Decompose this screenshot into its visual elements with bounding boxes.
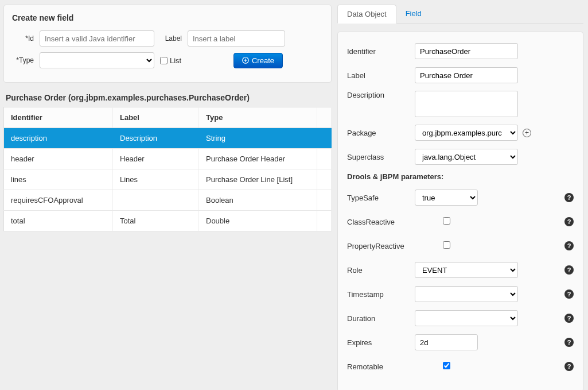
- cell-label: Description: [113, 128, 199, 149]
- cell-label: Total: [113, 211, 199, 231]
- package-label: Package: [347, 129, 415, 137]
- plus-circle-icon: [242, 57, 249, 64]
- drools-section-title: Drools & jBPM parameters:: [347, 172, 574, 181]
- data-object-panel: Identifier Label Description Package org…: [337, 32, 583, 390]
- timestamp-select[interactable]: [415, 286, 518, 302]
- cell-type: Double: [199, 211, 317, 231]
- cell-label: Lines: [113, 169, 199, 190]
- description-input[interactable]: [415, 91, 518, 117]
- create-field-panel: Create new field *Id Label *Type List Cr…: [3, 5, 332, 83]
- cell-identifier: requiresCFOApproval: [4, 190, 113, 211]
- expires-label: Expires: [347, 338, 415, 347]
- col-label[interactable]: Label: [113, 107, 199, 128]
- label-prop-label: Label: [347, 71, 415, 80]
- superclass-label: Superclass: [347, 153, 415, 161]
- typesafe-label: TypeSafe: [347, 194, 415, 202]
- help-icon[interactable]: ?: [564, 193, 574, 202]
- table-row[interactable]: totalTotalDouble: [4, 211, 332, 231]
- propreactive-label: PropertyReactive: [347, 242, 415, 250]
- id-input[interactable]: [40, 30, 154, 47]
- col-actions: [317, 107, 332, 128]
- right-tabs: Data Object Field: [337, 5, 583, 24]
- cell-actions: [317, 149, 332, 169]
- cell-actions: [317, 128, 332, 149]
- id-label: *Id: [12, 34, 40, 43]
- typesafe-select[interactable]: true: [415, 190, 478, 206]
- table-row[interactable]: descriptionDescriptionString: [4, 128, 332, 149]
- label-label: Label: [154, 34, 188, 43]
- remotable-checkbox[interactable]: [443, 362, 450, 369]
- cell-actions: [317, 211, 332, 231]
- classreactive-checkbox[interactable]: [443, 217, 450, 225]
- table-row[interactable]: headerHeaderPurchase Order Header: [4, 149, 332, 169]
- identifier-input[interactable]: [415, 43, 518, 59]
- cell-type: Purchase Order Header: [199, 149, 317, 169]
- list-checkbox-wrap[interactable]: List: [160, 56, 181, 65]
- col-type[interactable]: Type: [199, 107, 317, 128]
- classreactive-label: ClassReactive: [347, 218, 415, 226]
- duration-select[interactable]: [415, 310, 518, 326]
- role-label: Role: [347, 266, 415, 275]
- cell-identifier: header: [4, 149, 113, 169]
- expires-input[interactable]: [415, 334, 478, 350]
- list-checkbox-label: List: [170, 56, 181, 65]
- timestamp-label: Timestamp: [347, 290, 415, 299]
- create-button[interactable]: Create: [233, 53, 283, 68]
- duration-label: Duration: [347, 314, 415, 323]
- cell-label: Header: [113, 149, 199, 169]
- help-icon[interactable]: ?: [564, 314, 574, 323]
- list-checkbox[interactable]: [160, 57, 168, 64]
- tab-data-object[interactable]: Data Object: [337, 5, 396, 24]
- col-identifier[interactable]: Identifier: [4, 107, 113, 128]
- fields-table-title: Purchase Order (org.jbpm.examples.purcha…: [6, 93, 332, 102]
- tab-field[interactable]: Field: [396, 5, 431, 23]
- create-field-title: Create new field: [12, 13, 323, 22]
- help-icon[interactable]: ?: [564, 289, 574, 299]
- superclass-select[interactable]: java.lang.Object: [415, 149, 518, 165]
- add-package-icon[interactable]: +: [523, 129, 531, 137]
- table-row[interactable]: requiresCFOApprovalBoolean: [4, 190, 332, 211]
- type-select[interactable]: [40, 52, 154, 68]
- cell-type: String: [199, 128, 317, 149]
- label-input[interactable]: [188, 30, 285, 47]
- remotable-label: Remotable: [347, 362, 415, 371]
- description-label: Description: [347, 91, 415, 99]
- package-select[interactable]: org.jbpm.examples.purc: [415, 125, 518, 141]
- fields-table: Identifier Label Type descriptionDescrip…: [3, 107, 332, 231]
- cell-identifier: total: [4, 211, 113, 231]
- cell-label: [113, 190, 199, 211]
- propreactive-checkbox[interactable]: [443, 241, 450, 249]
- table-row[interactable]: linesLinesPurchase Order Line [List]: [4, 169, 332, 190]
- cell-type: Purchase Order Line [List]: [199, 169, 317, 190]
- help-icon[interactable]: ?: [564, 217, 574, 226]
- help-icon[interactable]: ?: [564, 362, 574, 371]
- type-label: *Type: [12, 56, 40, 64]
- help-icon[interactable]: ?: [564, 241, 574, 250]
- cell-actions: [317, 190, 332, 211]
- label-prop-input[interactable]: [415, 67, 518, 83]
- identifier-label: Identifier: [347, 47, 415, 56]
- help-icon[interactable]: ?: [564, 338, 574, 347]
- cell-type: Boolean: [199, 190, 317, 211]
- cell-identifier: lines: [4, 169, 113, 190]
- role-select[interactable]: EVENT: [415, 262, 518, 278]
- help-icon[interactable]: ?: [564, 265, 574, 275]
- cell-identifier: description: [4, 128, 113, 149]
- cell-actions: [317, 169, 332, 190]
